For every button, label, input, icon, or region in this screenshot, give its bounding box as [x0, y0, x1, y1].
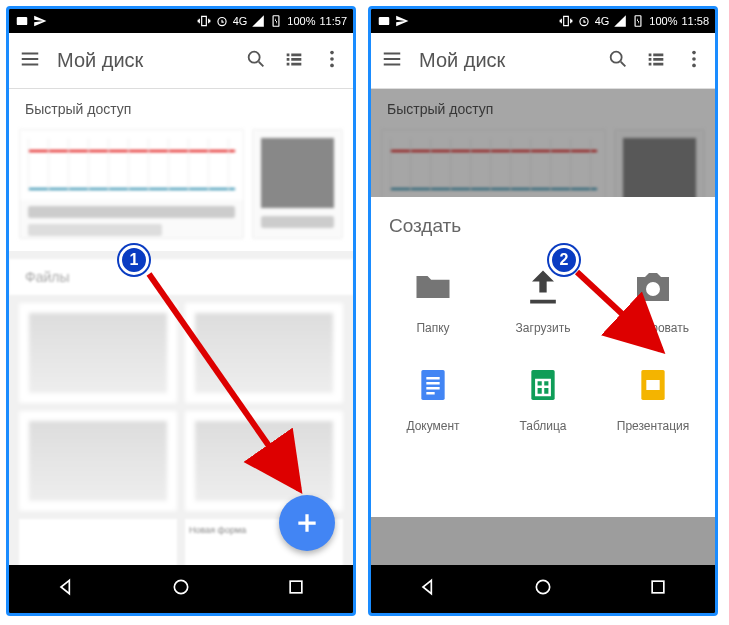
page-title: Мой диск: [419, 49, 591, 72]
create-item-label: Документ: [406, 419, 459, 433]
hamburger-icon: [19, 48, 41, 70]
svg-point-4: [330, 50, 334, 54]
send-icon: [33, 14, 47, 28]
svg-point-14: [692, 57, 696, 61]
circle-home-icon: [171, 577, 191, 597]
status-bar: 4G 100% 11:58: [371, 9, 715, 33]
svg-point-3: [249, 51, 260, 62]
network-label: 4G: [233, 15, 248, 27]
content-area: Быстрый доступ Файлы Новая форма: [9, 89, 353, 565]
folder-icon: [411, 265, 455, 309]
menu-button[interactable]: [381, 48, 403, 74]
search-icon: [245, 48, 267, 70]
status-bar: 4G 100% 11:57: [9, 9, 353, 33]
signal-icon: [251, 14, 265, 28]
battery-label: 100%: [287, 15, 315, 27]
nav-home-button[interactable]: [171, 577, 191, 601]
alarm-icon: [577, 14, 591, 28]
svg-point-6: [330, 63, 334, 67]
create-item-label: Презентация: [617, 419, 690, 433]
gallery-icon: [15, 14, 29, 28]
triangle-back-icon: [418, 577, 438, 597]
svg-point-7: [174, 580, 187, 593]
quick-access-title: Быстрый доступ: [9, 89, 353, 129]
app-bar: Мой диск: [371, 33, 715, 89]
nav-bar: [371, 565, 715, 613]
square-recent-icon: [286, 577, 306, 597]
square-recent-icon: [648, 577, 668, 597]
svg-rect-8: [290, 581, 302, 593]
docs-icon: [413, 365, 453, 405]
create-item-label: Загрузить: [516, 321, 571, 335]
app-bar: Мой диск: [9, 33, 353, 89]
clock-label: 11:57: [319, 15, 347, 27]
search-icon: [607, 48, 629, 70]
file-card[interactable]: [19, 519, 177, 565]
nav-home-button[interactable]: [533, 577, 553, 601]
svg-rect-17: [421, 370, 444, 400]
annotation-marker-1: 1: [119, 245, 149, 275]
battery-charging-icon: [631, 14, 645, 28]
quick-card[interactable]: [19, 129, 244, 239]
nav-back-button[interactable]: [56, 577, 76, 601]
overflow-button[interactable]: [321, 48, 343, 74]
page-title: Мой диск: [57, 49, 229, 72]
view-toggle-button[interactable]: [283, 48, 305, 74]
phone-left: 4G 100% 11:57 Мой диск Быстрый доступ: [6, 6, 356, 616]
list-view-icon: [645, 48, 667, 70]
svg-rect-9: [379, 17, 390, 25]
hamburger-icon: [381, 48, 403, 70]
send-icon: [395, 14, 409, 28]
svg-point-15: [692, 63, 696, 67]
svg-point-12: [611, 51, 622, 62]
svg-point-21: [536, 580, 549, 593]
menu-button[interactable]: [19, 48, 41, 74]
sheet-title: Создать: [381, 215, 705, 253]
battery-label: 100%: [649, 15, 677, 27]
create-item-label: Папку: [416, 321, 449, 335]
annotation-arrow-2: [569, 264, 679, 366]
annotation-marker-2: 2: [549, 245, 579, 275]
gallery-icon: [377, 14, 391, 28]
network-label: 4G: [595, 15, 610, 27]
vibrate-icon: [197, 14, 211, 28]
svg-point-5: [330, 57, 334, 61]
view-toggle-button[interactable]: [645, 48, 667, 74]
create-item-label: Таблица: [519, 419, 566, 433]
svg-rect-0: [17, 17, 28, 25]
overflow-button[interactable]: [683, 48, 705, 74]
battery-charging-icon: [269, 14, 283, 28]
create-doc-button[interactable]: Документ: [381, 351, 485, 443]
nav-bar: [9, 565, 353, 613]
more-vert-icon: [321, 48, 343, 70]
nav-back-button[interactable]: [418, 577, 438, 601]
svg-rect-20: [646, 380, 659, 390]
svg-rect-22: [652, 581, 664, 593]
svg-point-13: [692, 50, 696, 54]
vibrate-icon: [559, 14, 573, 28]
circle-home-icon: [533, 577, 553, 597]
content-area: Быстрый доступ Создать Папку З: [371, 89, 715, 565]
more-vert-icon: [683, 48, 705, 70]
triangle-back-icon: [56, 577, 76, 597]
alarm-icon: [215, 14, 229, 28]
slides-icon: [633, 365, 673, 405]
annotation-arrow-1: [139, 264, 319, 514]
quick-card[interactable]: [252, 129, 343, 239]
list-view-icon: [283, 48, 305, 70]
search-button[interactable]: [607, 48, 629, 74]
nav-recent-button[interactable]: [648, 577, 668, 601]
clock-label: 11:58: [681, 15, 709, 27]
signal-icon: [613, 14, 627, 28]
create-folder-button[interactable]: Папку: [381, 253, 485, 345]
nav-recent-button[interactable]: [286, 577, 306, 601]
search-button[interactable]: [245, 48, 267, 74]
quick-access-row: [9, 129, 353, 251]
phone-right: 4G 100% 11:58 Мой диск Быстрый доступ: [368, 6, 718, 616]
sheets-icon: [523, 365, 563, 405]
